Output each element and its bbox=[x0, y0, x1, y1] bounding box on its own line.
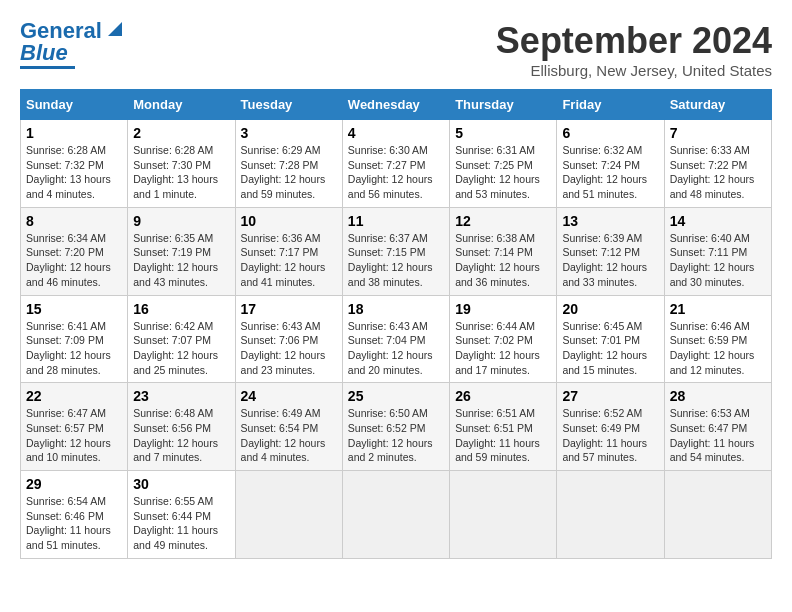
calendar-week-row: 8 Sunrise: 6:34 AM Sunset: 7:20 PM Dayli… bbox=[21, 207, 772, 295]
day-number: 27 bbox=[562, 388, 658, 404]
page-header: General Blue September 2024 Ellisburg, N… bbox=[20, 20, 772, 79]
day-info: Sunrise: 6:41 AM Sunset: 7:09 PM Dayligh… bbox=[26, 319, 122, 378]
day-info: Sunrise: 6:34 AM Sunset: 7:20 PM Dayligh… bbox=[26, 231, 122, 290]
day-info: Sunrise: 6:53 AM Sunset: 6:47 PM Dayligh… bbox=[670, 406, 766, 465]
table-row: 6 Sunrise: 6:32 AM Sunset: 7:24 PM Dayli… bbox=[557, 120, 664, 208]
table-row: 2 Sunrise: 6:28 AM Sunset: 7:30 PM Dayli… bbox=[128, 120, 235, 208]
day-number: 20 bbox=[562, 301, 658, 317]
day-info: Sunrise: 6:33 AM Sunset: 7:22 PM Dayligh… bbox=[670, 143, 766, 202]
table-row: 19 Sunrise: 6:44 AM Sunset: 7:02 PM Dayl… bbox=[450, 295, 557, 383]
table-row: 16 Sunrise: 6:42 AM Sunset: 7:07 PM Dayl… bbox=[128, 295, 235, 383]
day-info: Sunrise: 6:36 AM Sunset: 7:17 PM Dayligh… bbox=[241, 231, 337, 290]
day-number: 30 bbox=[133, 476, 229, 492]
day-number: 18 bbox=[348, 301, 444, 317]
col-thursday: Thursday bbox=[450, 90, 557, 120]
table-row: 9 Sunrise: 6:35 AM Sunset: 7:19 PM Dayli… bbox=[128, 207, 235, 295]
table-row bbox=[450, 471, 557, 559]
table-row: 21 Sunrise: 6:46 AM Sunset: 6:59 PM Dayl… bbox=[664, 295, 771, 383]
table-row: 5 Sunrise: 6:31 AM Sunset: 7:25 PM Dayli… bbox=[450, 120, 557, 208]
table-row: 8 Sunrise: 6:34 AM Sunset: 7:20 PM Dayli… bbox=[21, 207, 128, 295]
table-row: 15 Sunrise: 6:41 AM Sunset: 7:09 PM Dayl… bbox=[21, 295, 128, 383]
day-number: 5 bbox=[455, 125, 551, 141]
day-info: Sunrise: 6:31 AM Sunset: 7:25 PM Dayligh… bbox=[455, 143, 551, 202]
day-info: Sunrise: 6:39 AM Sunset: 7:12 PM Dayligh… bbox=[562, 231, 658, 290]
calendar-week-row: 22 Sunrise: 6:47 AM Sunset: 6:57 PM Dayl… bbox=[21, 383, 772, 471]
day-number: 17 bbox=[241, 301, 337, 317]
day-number: 22 bbox=[26, 388, 122, 404]
calendar-week-row: 29 Sunrise: 6:54 AM Sunset: 6:46 PM Dayl… bbox=[21, 471, 772, 559]
day-number: 3 bbox=[241, 125, 337, 141]
table-row: 4 Sunrise: 6:30 AM Sunset: 7:27 PM Dayli… bbox=[342, 120, 449, 208]
table-row: 1 Sunrise: 6:28 AM Sunset: 7:32 PM Dayli… bbox=[21, 120, 128, 208]
table-row: 7 Sunrise: 6:33 AM Sunset: 7:22 PM Dayli… bbox=[664, 120, 771, 208]
day-info: Sunrise: 6:54 AM Sunset: 6:46 PM Dayligh… bbox=[26, 494, 122, 553]
day-info: Sunrise: 6:35 AM Sunset: 7:19 PM Dayligh… bbox=[133, 231, 229, 290]
table-row: 20 Sunrise: 6:45 AM Sunset: 7:01 PM Dayl… bbox=[557, 295, 664, 383]
day-info: Sunrise: 6:44 AM Sunset: 7:02 PM Dayligh… bbox=[455, 319, 551, 378]
table-row: 23 Sunrise: 6:48 AM Sunset: 6:56 PM Dayl… bbox=[128, 383, 235, 471]
table-row bbox=[342, 471, 449, 559]
day-number: 15 bbox=[26, 301, 122, 317]
day-info: Sunrise: 6:43 AM Sunset: 7:04 PM Dayligh… bbox=[348, 319, 444, 378]
day-info: Sunrise: 6:32 AM Sunset: 7:24 PM Dayligh… bbox=[562, 143, 658, 202]
day-info: Sunrise: 6:45 AM Sunset: 7:01 PM Dayligh… bbox=[562, 319, 658, 378]
calendar-week-row: 1 Sunrise: 6:28 AM Sunset: 7:32 PM Dayli… bbox=[21, 120, 772, 208]
table-row: 28 Sunrise: 6:53 AM Sunset: 6:47 PM Dayl… bbox=[664, 383, 771, 471]
day-number: 10 bbox=[241, 213, 337, 229]
col-sunday: Sunday bbox=[21, 90, 128, 120]
title-area: September 2024 Ellisburg, New Jersey, Un… bbox=[496, 20, 772, 79]
table-row: 22 Sunrise: 6:47 AM Sunset: 6:57 PM Dayl… bbox=[21, 383, 128, 471]
table-row: 17 Sunrise: 6:43 AM Sunset: 7:06 PM Dayl… bbox=[235, 295, 342, 383]
col-wednesday: Wednesday bbox=[342, 90, 449, 120]
day-info: Sunrise: 6:38 AM Sunset: 7:14 PM Dayligh… bbox=[455, 231, 551, 290]
day-number: 4 bbox=[348, 125, 444, 141]
day-number: 7 bbox=[670, 125, 766, 141]
day-number: 19 bbox=[455, 301, 551, 317]
day-number: 6 bbox=[562, 125, 658, 141]
day-number: 2 bbox=[133, 125, 229, 141]
day-number: 1 bbox=[26, 125, 122, 141]
table-row: 3 Sunrise: 6:29 AM Sunset: 7:28 PM Dayli… bbox=[235, 120, 342, 208]
day-info: Sunrise: 6:40 AM Sunset: 7:11 PM Dayligh… bbox=[670, 231, 766, 290]
day-number: 13 bbox=[562, 213, 658, 229]
table-row: 25 Sunrise: 6:50 AM Sunset: 6:52 PM Dayl… bbox=[342, 383, 449, 471]
day-number: 16 bbox=[133, 301, 229, 317]
day-info: Sunrise: 6:52 AM Sunset: 6:49 PM Dayligh… bbox=[562, 406, 658, 465]
day-info: Sunrise: 6:28 AM Sunset: 7:32 PM Dayligh… bbox=[26, 143, 122, 202]
table-row: 18 Sunrise: 6:43 AM Sunset: 7:04 PM Dayl… bbox=[342, 295, 449, 383]
day-info: Sunrise: 6:51 AM Sunset: 6:51 PM Dayligh… bbox=[455, 406, 551, 465]
logo: General Blue bbox=[20, 20, 122, 69]
col-monday: Monday bbox=[128, 90, 235, 120]
day-info: Sunrise: 6:49 AM Sunset: 6:54 PM Dayligh… bbox=[241, 406, 337, 465]
day-info: Sunrise: 6:50 AM Sunset: 6:52 PM Dayligh… bbox=[348, 406, 444, 465]
day-info: Sunrise: 6:29 AM Sunset: 7:28 PM Dayligh… bbox=[241, 143, 337, 202]
location-subtitle: Ellisburg, New Jersey, United States bbox=[496, 62, 772, 79]
day-info: Sunrise: 6:46 AM Sunset: 6:59 PM Dayligh… bbox=[670, 319, 766, 378]
day-number: 11 bbox=[348, 213, 444, 229]
logo-underline bbox=[20, 66, 75, 69]
month-year-title: September 2024 bbox=[496, 20, 772, 62]
day-number: 23 bbox=[133, 388, 229, 404]
calendar-header-row: Sunday Monday Tuesday Wednesday Thursday… bbox=[21, 90, 772, 120]
calendar-table: Sunday Monday Tuesday Wednesday Thursday… bbox=[20, 89, 772, 559]
table-row bbox=[664, 471, 771, 559]
day-info: Sunrise: 6:43 AM Sunset: 7:06 PM Dayligh… bbox=[241, 319, 337, 378]
table-row: 29 Sunrise: 6:54 AM Sunset: 6:46 PM Dayl… bbox=[21, 471, 128, 559]
day-info: Sunrise: 6:30 AM Sunset: 7:27 PM Dayligh… bbox=[348, 143, 444, 202]
day-number: 29 bbox=[26, 476, 122, 492]
day-info: Sunrise: 6:55 AM Sunset: 6:44 PM Dayligh… bbox=[133, 494, 229, 553]
table-row: 12 Sunrise: 6:38 AM Sunset: 7:14 PM Dayl… bbox=[450, 207, 557, 295]
table-row bbox=[235, 471, 342, 559]
svg-marker-0 bbox=[108, 22, 122, 36]
table-row: 11 Sunrise: 6:37 AM Sunset: 7:15 PM Dayl… bbox=[342, 207, 449, 295]
day-number: 24 bbox=[241, 388, 337, 404]
day-number: 9 bbox=[133, 213, 229, 229]
day-number: 8 bbox=[26, 213, 122, 229]
day-number: 28 bbox=[670, 388, 766, 404]
table-row: 13 Sunrise: 6:39 AM Sunset: 7:12 PM Dayl… bbox=[557, 207, 664, 295]
table-row bbox=[557, 471, 664, 559]
logo-icon bbox=[104, 20, 122, 38]
day-number: 26 bbox=[455, 388, 551, 404]
day-info: Sunrise: 6:48 AM Sunset: 6:56 PM Dayligh… bbox=[133, 406, 229, 465]
col-tuesday: Tuesday bbox=[235, 90, 342, 120]
